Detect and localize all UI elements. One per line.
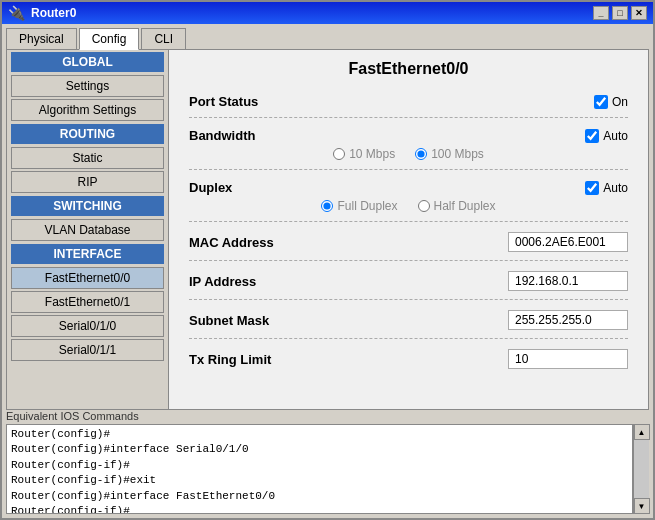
bandwidth-top: Bandwidth Auto <box>189 128 628 143</box>
ip-address-controls: 192.168.0.1 <box>319 271 628 291</box>
scroll-track <box>634 440 649 498</box>
bandwidth-100mbps-label: 100 Mbps <box>431 147 484 161</box>
mac-address-label: MAC Address <box>189 235 319 250</box>
bandwidth-auto-label[interactable]: Auto <box>585 129 628 143</box>
maximize-button[interactable]: □ <box>612 6 628 20</box>
full-duplex-radio[interactable] <box>321 200 333 212</box>
tab-config[interactable]: Config <box>79 28 140 50</box>
scroll-down-arrow[interactable]: ▼ <box>634 498 650 514</box>
bandwidth-10mbps-label: 10 Mbps <box>349 147 395 161</box>
bandwidth-auto-checkbox[interactable] <box>585 129 599 143</box>
duplex-row: Duplex Auto Full Duplex <box>189 180 628 222</box>
sidebar-btn-serial0-1-1[interactable]: Serial0/1/1 <box>11 339 164 361</box>
equivalent-label: Equivalent IOS Commands <box>6 410 649 422</box>
duplex-label: Duplex <box>189 180 319 195</box>
tx-ring-limit-controls: 10 <box>319 349 628 369</box>
window-icon: 🔌 <box>8 5 25 21</box>
terminal-line-3: Router(config-if)#exit <box>11 473 628 488</box>
bandwidth-100mbps[interactable]: 100 Mbps <box>415 147 484 161</box>
window-title: Router0 <box>31 6 76 20</box>
full-duplex-option[interactable]: Full Duplex <box>321 199 397 213</box>
terminal-line-5: Router(config-if)# <box>11 504 628 514</box>
sidebar-btn-settings[interactable]: Settings <box>11 75 164 97</box>
mac-address-value[interactable]: 0006.2AE6.E001 <box>508 232 628 252</box>
sidebar-btn-vlan-database[interactable]: VLAN Database <box>11 219 164 241</box>
ip-address-row: IP Address 192.168.0.1 <box>189 271 628 300</box>
sidebar-section-interface: INTERFACE <box>11 244 164 264</box>
port-status-label: Port Status <box>189 94 319 109</box>
content-panel: FastEthernet0/0 Port Status On Bandwidth <box>169 50 648 409</box>
ip-address-value[interactable]: 192.168.0.1 <box>508 271 628 291</box>
bandwidth-auto-text: Auto <box>603 129 628 143</box>
tab-bar: Physical Config CLI <box>2 24 653 49</box>
ip-address-label: IP Address <box>189 274 319 289</box>
tab-cli[interactable]: CLI <box>141 28 186 49</box>
terminal-wrapper: Router(config)# Router(config)#interface… <box>6 424 649 514</box>
duplex-auto-control: Auto <box>319 181 628 195</box>
bandwidth-options: 10 Mbps 100 Mbps <box>189 147 628 161</box>
duplex-auto-label[interactable]: Auto <box>585 181 628 195</box>
port-status-checkbox-label[interactable]: On <box>594 95 628 109</box>
port-status-on-label: On <box>612 95 628 109</box>
sidebar-section-switching: SWITCHING <box>11 196 164 216</box>
close-button[interactable]: ✕ <box>631 6 647 20</box>
port-status-checkbox[interactable] <box>594 95 608 109</box>
terminal-line-1: Router(config)#interface Serial0/1/0 <box>11 442 628 457</box>
duplex-top: Duplex Auto <box>189 180 628 195</box>
mac-address-controls: 0006.2AE6.E001 <box>319 232 628 252</box>
terminal-scrollbar[interactable]: ▲ ▼ <box>633 424 649 514</box>
equivalent-section: Equivalent IOS Commands Router(config)# … <box>2 410 653 518</box>
mac-address-row: MAC Address 0006.2AE6.E001 <box>189 232 628 261</box>
sidebar-btn-algorithm-settings[interactable]: Algorithm Settings <box>11 99 164 121</box>
main-content: GLOBAL Settings Algorithm Settings ROUTI… <box>6 49 649 410</box>
duplex-auto-checkbox[interactable] <box>585 181 599 195</box>
bandwidth-row: Bandwidth Auto 10 Mbps <box>189 128 628 170</box>
bandwidth-10mbps-radio[interactable] <box>333 148 345 160</box>
sidebar-btn-fastethernet0-0[interactable]: FastEthernet0/0 <box>11 267 164 289</box>
sidebar-btn-serial0-1-0[interactable]: Serial0/1/0 <box>11 315 164 337</box>
duplex-options: Full Duplex Half Duplex <box>189 199 628 213</box>
subnet-mask-value[interactable]: 255.255.255.0 <box>508 310 628 330</box>
port-status-controls: On <box>319 95 628 109</box>
port-status-row: Port Status On <box>189 94 628 118</box>
tx-ring-limit-row: Tx Ring Limit 10 <box>189 349 628 377</box>
sidebar-btn-fastethernet0-1[interactable]: FastEthernet0/1 <box>11 291 164 313</box>
duplex-auto-text: Auto <box>603 181 628 195</box>
half-duplex-label: Half Duplex <box>434 199 496 213</box>
panel-title: FastEthernet0/0 <box>189 60 628 78</box>
sidebar-section-global: GLOBAL <box>11 52 164 72</box>
terminal-line-2: Router(config-if)# <box>11 458 628 473</box>
bandwidth-auto-control: Auto <box>319 129 628 143</box>
bandwidth-label: Bandwidth <box>189 128 319 143</box>
minimize-button[interactable]: _ <box>593 6 609 20</box>
tx-ring-limit-label: Tx Ring Limit <box>189 352 319 367</box>
subnet-mask-row: Subnet Mask 255.255.255.0 <box>189 310 628 339</box>
sidebar-btn-rip[interactable]: RIP <box>11 171 164 193</box>
tab-physical[interactable]: Physical <box>6 28 77 49</box>
terminal-box[interactable]: Router(config)# Router(config)#interface… <box>6 424 633 514</box>
sidebar: GLOBAL Settings Algorithm Settings ROUTI… <box>7 50 169 409</box>
sidebar-btn-static[interactable]: Static <box>11 147 164 169</box>
full-duplex-label: Full Duplex <box>337 199 397 213</box>
title-bar-controls: _ □ ✕ <box>593 6 647 20</box>
main-window: 🔌 Router0 _ □ ✕ Physical Config CLI GLOB… <box>0 0 655 520</box>
bandwidth-10mbps[interactable]: 10 Mbps <box>333 147 395 161</box>
bandwidth-100mbps-radio[interactable] <box>415 148 427 160</box>
terminal-line-4: Router(config)#interface FastEthernet0/0 <box>11 489 628 504</box>
sidebar-section-routing: ROUTING <box>11 124 164 144</box>
tx-ring-limit-value[interactable]: 10 <box>508 349 628 369</box>
terminal-line-0: Router(config)# <box>11 427 628 442</box>
scroll-up-arrow[interactable]: ▲ <box>634 424 650 440</box>
half-duplex-option[interactable]: Half Duplex <box>418 199 496 213</box>
title-bar: 🔌 Router0 _ □ ✕ <box>2 2 653 24</box>
subnet-mask-controls: 255.255.255.0 <box>319 310 628 330</box>
subnet-mask-label: Subnet Mask <box>189 313 319 328</box>
half-duplex-radio[interactable] <box>418 200 430 212</box>
